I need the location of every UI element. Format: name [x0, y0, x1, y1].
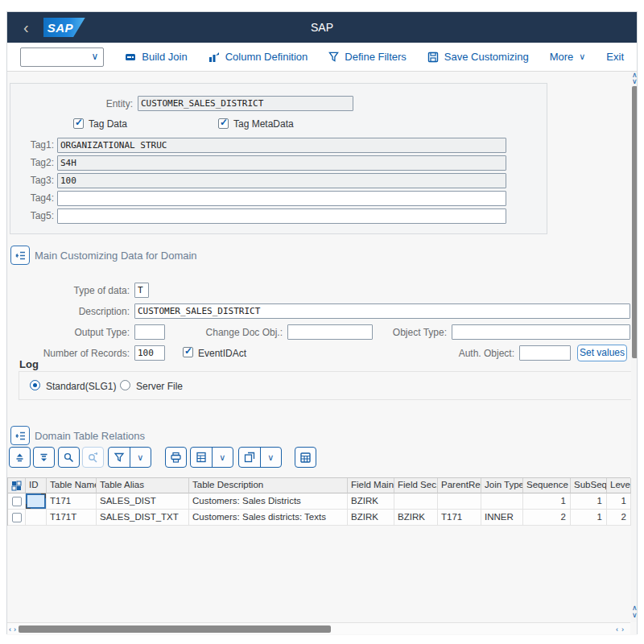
- column-header-sequence[interactable]: Sequence: [523, 478, 571, 493]
- event-id-checkbox[interactable]: [183, 347, 193, 357]
- cell-field-sec[interactable]: BZIRK: [394, 510, 438, 526]
- views-menu-button[interactable]: ∨: [260, 448, 282, 467]
- cell-sequence[interactable]: 2: [523, 510, 571, 526]
- cell-table-description[interactable]: Customers: Sales districts: Texts: [189, 510, 348, 526]
- sort-ascending-button[interactable]: [9, 447, 31, 468]
- exit-button[interactable]: Exit: [606, 51, 624, 63]
- column-header-field-sec[interactable]: Field Sec.: [394, 478, 438, 493]
- select-all-header[interactable]: [8, 478, 26, 493]
- transaction-combobox[interactable]: ∨: [20, 47, 104, 67]
- object-type-input[interactable]: [452, 324, 630, 340]
- tag2-input[interactable]: [57, 155, 506, 171]
- column-header-table-alias[interactable]: Table Alias: [97, 478, 189, 493]
- chevron-down-icon[interactable]: ∨: [92, 51, 99, 62]
- tag4-input[interactable]: [57, 191, 506, 206]
- log-standard-radio[interactable]: [30, 380, 40, 390]
- tag-metadata-checkbox[interactable]: [218, 118, 229, 129]
- entity-input[interactable]: [138, 96, 353, 111]
- export-menu-button[interactable]: ∨: [212, 448, 233, 467]
- cell-table-name[interactable]: T171: [47, 493, 97, 510]
- scroll-right-icon[interactable]: ›: [14, 626, 16, 634]
- row-checkbox-cell[interactable]: [8, 493, 26, 510]
- cell-field-main[interactable]: BZIRK: [348, 510, 394, 526]
- more-label: More: [550, 51, 574, 63]
- scroll-right-icon[interactable]: ›: [621, 626, 624, 634]
- column-definition-button[interactable]: Column Definition: [208, 51, 308, 63]
- horizontal-scrollbar-thumb[interactable]: [19, 625, 331, 633]
- save-icon: [427, 52, 439, 63]
- tag3-input[interactable]: [57, 173, 506, 188]
- column-header-field-main[interactable]: Field Main: [348, 478, 394, 493]
- type-of-data-input[interactable]: [134, 283, 149, 298]
- description-input[interactable]: [134, 303, 630, 319]
- column-header-table-description[interactable]: Table Description: [189, 478, 348, 493]
- cell-join-type[interactable]: INNER: [481, 510, 523, 526]
- cell-parentrel[interactable]: [438, 493, 481, 510]
- copy-view-button[interactable]: [239, 448, 260, 467]
- scroll-down-icon[interactable]: ∨: [632, 78, 637, 85]
- sort-ascending-icon: [14, 452, 26, 464]
- filter-menu-button[interactable]: ∨: [130, 448, 151, 467]
- find-button[interactable]: [58, 447, 80, 468]
- define-filters-button[interactable]: Define Filters: [328, 51, 407, 63]
- cell-id[interactable]: [26, 510, 47, 526]
- cell-table-description[interactable]: Customers: Sales Districts: [189, 493, 348, 510]
- row-checkbox-cell[interactable]: [8, 510, 26, 526]
- auth-object-label: Auth. Object:: [410, 346, 514, 361]
- collapse-section-button[interactable]: [10, 246, 30, 265]
- scroll-left-icon[interactable]: ‹: [9, 626, 11, 634]
- column-header-level[interactable]: Level: [607, 478, 631, 493]
- tag2-label: Tag2:: [19, 155, 54, 171]
- build-join-button[interactable]: Build Join: [125, 51, 187, 63]
- print-button[interactable]: [165, 447, 187, 468]
- collapse-relations-button[interactable]: [10, 426, 30, 445]
- row-checkbox[interactable]: [12, 497, 22, 506]
- auth-object-input[interactable]: [519, 345, 571, 361]
- vertical-scrollbar[interactable]: ∧ ∨ ∧ ∨: [631, 72, 637, 622]
- row-checkbox[interactable]: [12, 513, 22, 522]
- tag-data-label: Tag Data: [89, 118, 127, 130]
- column-header-subseq[interactable]: SubSeq.: [571, 478, 607, 493]
- find-next-button[interactable]: [82, 447, 104, 468]
- cell-field-main[interactable]: BZIRK: [348, 493, 394, 510]
- table-settings-button[interactable]: [295, 447, 316, 468]
- output-type-input[interactable]: [134, 324, 165, 340]
- tag1-label: Tag1:: [19, 138, 54, 153]
- cell-sequence[interactable]: 1: [523, 493, 571, 510]
- cell-level[interactable]: 1: [607, 493, 631, 510]
- tag1-input[interactable]: [57, 138, 506, 153]
- scroll-down-icon[interactable]: ∨: [632, 612, 637, 619]
- cell-id[interactable]: [26, 493, 47, 510]
- num-records-input[interactable]: [134, 345, 165, 361]
- cell-join-type[interactable]: [481, 493, 523, 510]
- set-values-button[interactable]: Set values: [577, 345, 627, 361]
- horizontal-scrollbar[interactable]: ‹ › ‹ ›: [7, 622, 630, 634]
- cell-subseq[interactable]: 1: [571, 493, 607, 510]
- views-split-button: ∨: [238, 447, 282, 468]
- column-header-join-type[interactable]: Join Type: [481, 478, 523, 493]
- cell-level[interactable]: 2: [607, 510, 631, 526]
- cell-table-alias[interactable]: SALES_DIST: [97, 493, 189, 510]
- chevron-down-icon: ∨: [267, 452, 274, 463]
- cell-field-sec[interactable]: [394, 493, 438, 510]
- column-header-table-name[interactable]: Table Name: [47, 478, 97, 493]
- exit-label: Exit: [606, 51, 624, 63]
- cell-table-name[interactable]: T171T: [47, 510, 97, 526]
- more-button[interactable]: More ∨: [550, 51, 586, 63]
- vertical-scrollbar-thumb[interactable]: [632, 86, 637, 358]
- log-server-file-radio[interactable]: [120, 380, 130, 390]
- save-customizing-button[interactable]: Save Customizing: [427, 51, 529, 63]
- tag-data-checkbox[interactable]: [73, 118, 84, 129]
- cell-parentrel[interactable]: T171: [438, 510, 481, 526]
- scroll-left-icon[interactable]: ‹: [616, 626, 618, 634]
- column-header-parentrel[interactable]: ParentRel: [438, 478, 481, 493]
- export-button[interactable]: [191, 448, 212, 467]
- column-header-id[interactable]: ID: [26, 478, 47, 493]
- cell-table-alias[interactable]: SALES_DIST_TXT: [97, 510, 189, 526]
- filter-button[interactable]: [109, 448, 130, 467]
- filter-icon: [114, 452, 125, 463]
- tag5-input[interactable]: [57, 208, 506, 224]
- cell-subseq[interactable]: 1: [571, 510, 607, 526]
- chevron-down-icon: ∨: [137, 452, 143, 463]
- sort-descending-button[interactable]: [33, 447, 55, 468]
